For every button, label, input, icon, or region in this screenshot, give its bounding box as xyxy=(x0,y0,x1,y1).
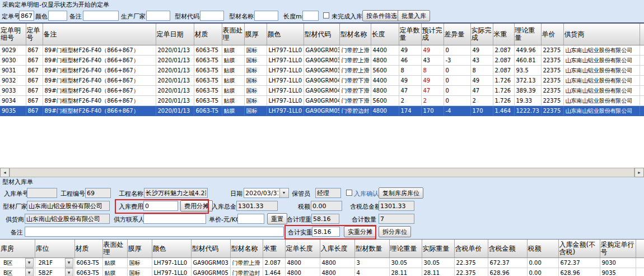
cell[interactable]: 30.05 xyxy=(389,258,422,268)
cell[interactable]: 867 xyxy=(26,106,43,116)
cell[interactable]: 2020/01/13 xyxy=(156,45,194,56)
cell[interactable]: 0 xyxy=(444,66,470,76)
cell[interactable]: 0 xyxy=(444,45,470,56)
cell[interactable]: 2020/01/13 xyxy=(156,66,194,76)
cell[interactable]: 9033 xyxy=(0,86,26,96)
cell[interactable]: 贴膜 xyxy=(222,86,244,96)
actual-weight-input[interactable] xyxy=(312,227,340,237)
cell[interactable]: 门带腔边封 xyxy=(339,106,371,116)
cell[interactable]: 门带腔上滑 xyxy=(339,66,371,76)
cell[interactable]: 174 xyxy=(399,106,421,116)
cell[interactable]: 2.087 xyxy=(263,258,285,268)
confirm-checkbox[interactable] xyxy=(346,190,352,196)
cell[interactable]: 49 xyxy=(470,76,493,86)
cell[interactable]: 672.37 xyxy=(558,258,600,268)
cell[interactable]: 49 xyxy=(470,45,493,56)
date-dropdown-icon[interactable]: ▼ xyxy=(279,188,289,198)
cell[interactable]: 1.726 xyxy=(493,86,514,96)
cell[interactable]: 628.96 xyxy=(488,268,527,276)
cell[interactable]: 22.375 xyxy=(454,258,488,268)
cell[interactable]: 9029 xyxy=(0,45,26,56)
cell[interactable]: 9030 xyxy=(600,258,636,268)
cell[interactable]: 国标 xyxy=(244,66,267,76)
cell[interactable]: 89#门框型材F26-F40（866+867） xyxy=(43,86,156,96)
cell[interactable]: 170 xyxy=(421,106,444,116)
cell[interactable]: GA90GRM03 xyxy=(191,258,230,268)
cell[interactable]: 国标 xyxy=(244,86,267,96)
cell[interactable]: GA90GRM05 xyxy=(304,106,339,116)
table-row[interactable]: 903286789#门框型材F26-F40（866+867）2020/01/13… xyxy=(0,76,644,86)
chevron-down-icon[interactable]: ▼ xyxy=(25,258,34,268)
cell[interactable]: 389.39 xyxy=(514,86,541,96)
cell[interactable]: 49 xyxy=(421,76,444,86)
cell[interactable]: LH797-1LL0 xyxy=(152,268,191,276)
cell[interactable] xyxy=(640,86,644,96)
cell[interactable]: 山东南山铝业股份有限公司 xyxy=(563,76,640,86)
cell[interactable]: 国标 xyxy=(244,76,267,86)
cell[interactable]: 0 xyxy=(444,76,470,86)
cell[interactable]: 867 xyxy=(26,76,43,86)
cell[interactable]: 867 xyxy=(26,66,43,76)
cell[interactable]: 28.11 xyxy=(422,268,454,276)
reset-button[interactable]: 重置 xyxy=(267,213,287,224)
cell[interactable]: 9031 xyxy=(0,66,26,76)
cell[interactable]: 1.464 xyxy=(493,106,514,116)
cell[interactable]: 6063-T5 xyxy=(194,86,222,96)
cell[interactable]: 6063-T5 xyxy=(74,268,102,276)
cell[interactable]: 22375 xyxy=(541,56,563,66)
cell[interactable]: 449.96 xyxy=(514,45,541,56)
cell[interactable]: 43 xyxy=(470,56,493,66)
cell[interactable]: 89#门框型材F26-F40（866+867） xyxy=(43,45,156,56)
cell[interactable]: 贴膜 xyxy=(222,106,244,116)
cell[interactable]: LH797-1LL0 xyxy=(267,96,304,106)
cell[interactable]: 0.00 xyxy=(527,258,558,268)
theo-weight-input[interactable] xyxy=(311,214,339,224)
cell[interactable]: 国标 xyxy=(127,258,152,268)
cell[interactable]: 4800 xyxy=(285,258,320,268)
cell[interactable]: 贴膜 xyxy=(222,76,244,86)
cell[interactable]: 49 xyxy=(421,45,444,56)
table-row[interactable]: 903186789#门框型材F26-F40（866+867）2020/01/13… xyxy=(0,66,644,76)
cell[interactable]: 贴膜 xyxy=(102,268,127,276)
scroll-left-arrow-icon[interactable]: ◄ xyxy=(0,168,10,177)
cell[interactable]: 47 xyxy=(470,86,493,96)
cell[interactable]: GA90GRM04 xyxy=(304,96,339,106)
cell[interactable] xyxy=(640,96,644,106)
cell[interactable]: 867 xyxy=(26,96,43,106)
cell[interactable]: GA90GRM03 xyxy=(304,66,339,76)
cell[interactable]: 372.13 xyxy=(514,76,541,86)
cell[interactable]: 门带腔上滑 xyxy=(230,258,263,268)
table-row[interactable]: 903486789#门框型材F26-F40（866+867）2020/01/13… xyxy=(0,96,644,106)
cell[interactable]: 贴膜 xyxy=(222,96,244,106)
cell[interactable]: 6063-T5 xyxy=(194,56,222,66)
cell[interactable] xyxy=(640,45,644,56)
cell[interactable]: 4800 xyxy=(371,106,399,116)
cell[interactable]: LH797-1LL0 xyxy=(267,56,304,66)
cell[interactable]: 4400 xyxy=(371,45,399,56)
total-qty-input[interactable] xyxy=(379,214,414,224)
cell[interactable]: 89#门框型材F26-F40（866+867） xyxy=(43,106,156,116)
cell[interactable]: 22375 xyxy=(541,96,563,106)
fee-input[interactable] xyxy=(143,201,178,211)
cell[interactable]: 门带腔下滑 xyxy=(339,96,371,106)
cell[interactable]: GA90GRM04 xyxy=(304,86,339,96)
cell[interactable]: 22375 xyxy=(541,76,563,86)
cell[interactable]: 6063-T5 xyxy=(74,258,102,268)
cell[interactable]: LH797-1LL0 xyxy=(267,76,304,86)
cell[interactable]: 460.81 xyxy=(514,56,541,66)
cell[interactable]: 170 xyxy=(470,106,493,116)
cell[interactable]: LH797-1LL0 xyxy=(267,45,304,56)
contact-input[interactable] xyxy=(143,214,206,224)
cell[interactable]: 47 xyxy=(421,86,444,96)
cell[interactable] xyxy=(640,66,644,76)
table-row[interactable]: B区▼5B2F▼6063-T5贴膜国标LH797-1LL0GA90GRM05门带… xyxy=(0,268,644,276)
cell[interactable]: 867 xyxy=(26,45,43,56)
cell[interactable]: 4800 xyxy=(320,268,354,276)
cell[interactable]: B区▼ xyxy=(0,268,35,276)
cell[interactable]: 2.087 xyxy=(493,45,514,56)
table-row[interactable]: B区▼2R1F▼6063-T5贴膜国标LH797-1LL0GA90GRM03门带… xyxy=(0,258,644,268)
copy-warehouse-button[interactable]: 复制库房库位 xyxy=(379,187,423,199)
cell[interactable]: 山东南山铝业股份有限公司 xyxy=(563,86,640,96)
cell[interactable]: 2.087 xyxy=(493,66,514,76)
cell[interactable]: 8 xyxy=(470,66,493,76)
